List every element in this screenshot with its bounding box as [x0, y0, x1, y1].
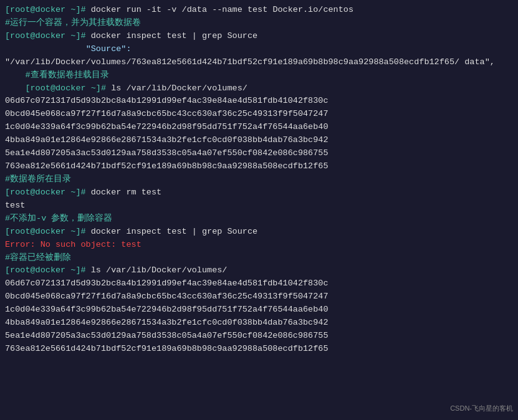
terminal-line: #容器已经被删除 [5, 252, 513, 265]
terminal-line: 06d67c0721317d5d93b2bc8a4b12991d99ef4ac3… [5, 277, 513, 290]
terminal-line: 4bba849a01e12864e92866e28671534a3b2fe1cf… [5, 134, 513, 147]
terminal-line: [root@docker ~]# docker inspect test | g… [5, 226, 513, 239]
terminal-line: [root@docker ~]# ls /var/lib/Docker/volu… [5, 264, 513, 277]
terminal-line: "Source": [5, 43, 513, 56]
terminal-line: 0bcd045e068ca97f27f16d7a8a9cbc65bc43cc63… [5, 108, 513, 121]
terminal-line: 0bcd045e068ca97f27f16d7a8a9cbc65bc43cc63… [5, 290, 513, 303]
terminal-line: [root@docker ~]# docker run -it -v /data… [5, 4, 513, 17]
terminal-line: #数据卷所在目录 [5, 173, 513, 186]
terminal-line: [root@docker ~]# ls /var/lib/Docker/volu… [5, 82, 513, 95]
terminal-line: "/var/lib/Docker/volumes/763ea812e5661d4… [5, 56, 513, 69]
terminal-line: 5ea1e4d807205a3ac53d0129aa758d3538c05a4a… [5, 330, 513, 343]
terminal-line: #查看数据卷挂载目录 [5, 69, 513, 82]
terminal-line: 4bba849a01e12864e92866e28671534a3b2fe1cf… [5, 317, 513, 330]
terminal-line: 763ea812e5661d424b71bdf52cf91e189a69b8b9… [5, 343, 513, 356]
terminal-line: 763ea812e5661d424b71bdf52cf91e189a69b8b9… [5, 160, 513, 173]
terminal-line: 5ea1e4d807205a3ac53d0129aa758d3538c05a4a… [5, 147, 513, 160]
terminal-window: [root@docker ~]# docker run -it -v /data… [0, 0, 518, 420]
terminal-line: [root@docker ~]# docker inspect test | g… [5, 30, 513, 43]
terminal-line: 06d67c0721317d5d93b2bc8a4b12991d99ef4ac3… [5, 95, 513, 108]
terminal-line: #运行一个容器，并为其挂载数据卷 [5, 17, 513, 30]
terminal-line: 1c0d04e339a64f3c99b62ba54e722946b2d98f95… [5, 121, 513, 134]
watermark: CSDN-飞向星的客机 [450, 403, 513, 414]
terminal-content: [root@docker ~]# docker run -it -v /data… [5, 4, 513, 356]
terminal-line: #不添加-v 参数，删除容器 [5, 212, 513, 226]
terminal-line: test [5, 199, 513, 212]
terminal-line: Error: No such object: test [5, 239, 513, 252]
terminal-line: 1c0d04e339a64f3c99b62ba54e722946b2d98f95… [5, 303, 513, 317]
terminal-line: [root@docker ~]# docker rm test [5, 186, 513, 199]
